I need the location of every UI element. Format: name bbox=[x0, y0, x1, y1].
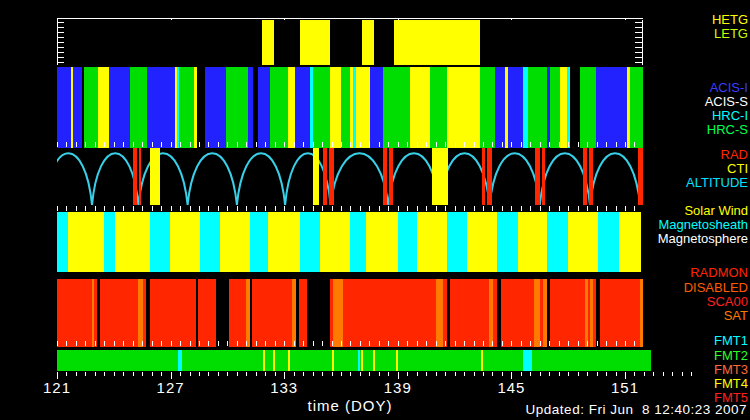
minor-tick bbox=[332, 142, 333, 147]
science-instruments-segment bbox=[550, 67, 560, 148]
minor-tick bbox=[180, 142, 181, 147]
minor-tick bbox=[464, 341, 465, 346]
telemetry-format-segment bbox=[178, 350, 182, 371]
minor-tick bbox=[123, 206, 124, 211]
radiation-monitor-segment bbox=[307, 279, 330, 347]
top-frame-line bbox=[57, 18, 643, 19]
telemetry-format-segment bbox=[263, 350, 265, 371]
minor-tick bbox=[559, 341, 560, 346]
radiation-monitor-segment bbox=[333, 279, 343, 347]
minor-tick bbox=[587, 372, 588, 376]
magnetic-region-segment bbox=[104, 212, 115, 272]
minor-tick bbox=[208, 142, 209, 147]
science-instruments-segment bbox=[495, 67, 505, 148]
perigee-stripe bbox=[383, 148, 387, 205]
minor-tick bbox=[275, 142, 276, 147]
minor-tick bbox=[341, 206, 342, 211]
science-instruments-segment bbox=[447, 67, 480, 148]
minor-tick bbox=[76, 341, 77, 346]
x-axis-label-121: 121 bbox=[43, 379, 71, 396]
x-axis-label-145: 145 bbox=[497, 379, 525, 396]
minor-tick bbox=[606, 142, 607, 147]
minor-tick bbox=[85, 372, 86, 376]
minor-tick bbox=[474, 142, 475, 147]
minor-tick bbox=[180, 206, 181, 211]
minor-tick bbox=[123, 341, 124, 346]
radiation-monitor-segment bbox=[252, 279, 292, 347]
science-instruments-segment bbox=[596, 67, 627, 148]
major-tick bbox=[511, 372, 512, 379]
minor-tick bbox=[663, 372, 664, 376]
label-sca00: SCA00 bbox=[707, 295, 748, 309]
minor-tick bbox=[502, 341, 503, 346]
science-instruments-segment bbox=[288, 67, 295, 148]
magnetic-region-segment bbox=[320, 212, 350, 272]
minor-tick bbox=[388, 206, 389, 211]
perigee-stripe bbox=[150, 148, 160, 205]
minor-tick bbox=[521, 206, 522, 211]
minor-tick bbox=[85, 341, 86, 346]
minor-tick bbox=[568, 341, 569, 346]
science-instruments-segment bbox=[528, 67, 547, 148]
gratings-segment bbox=[262, 20, 274, 65]
magnetic-region-segment bbox=[220, 212, 250, 272]
magnetic-region-segment bbox=[619, 212, 641, 272]
gratings-segment bbox=[394, 20, 480, 65]
minor-tick bbox=[350, 372, 351, 376]
minor-tick bbox=[436, 142, 437, 147]
minor-tick bbox=[634, 142, 635, 147]
perigee-stripe bbox=[133, 148, 137, 205]
minor-tick bbox=[511, 206, 512, 211]
science-instruments-segment bbox=[508, 67, 523, 148]
minor-tick bbox=[369, 341, 370, 346]
minor-tick bbox=[57, 341, 58, 346]
minor-tick bbox=[360, 341, 361, 346]
minor-tick bbox=[568, 206, 569, 211]
minor-tick bbox=[76, 372, 77, 376]
minor-tick bbox=[436, 372, 437, 376]
minor-tick bbox=[398, 206, 399, 211]
minor-tick bbox=[682, 372, 683, 376]
science-instruments-segment bbox=[258, 67, 270, 148]
telemetry-format-segment bbox=[361, 350, 363, 371]
science-instruments-segment bbox=[580, 67, 596, 148]
minor-tick bbox=[142, 372, 143, 376]
science-instruments-segment bbox=[383, 67, 410, 148]
minor-tick bbox=[492, 372, 493, 376]
minor-tick bbox=[322, 142, 323, 147]
minor-tick bbox=[350, 341, 351, 346]
minor-tick bbox=[616, 206, 617, 211]
radmon-tick-row bbox=[57, 341, 58, 346]
science-instruments-segment bbox=[98, 67, 109, 148]
magnetic-region-segment bbox=[398, 212, 417, 272]
minor-tick bbox=[511, 341, 512, 346]
minor-tick bbox=[616, 341, 617, 346]
minor-tick bbox=[455, 372, 456, 376]
magnetic-region-segment bbox=[268, 212, 300, 272]
science-instruments-segment bbox=[197, 67, 205, 148]
minor-tick bbox=[549, 142, 550, 147]
science-instruments-segment bbox=[356, 67, 370, 148]
perigee-stripe bbox=[323, 148, 327, 205]
label-magnetosphere: Magnetosphere bbox=[658, 232, 748, 246]
minor-tick bbox=[199, 142, 200, 147]
radiation-monitor-segment bbox=[640, 279, 643, 347]
minor-tick bbox=[426, 142, 427, 147]
minor-tick bbox=[483, 341, 484, 346]
minor-tick bbox=[540, 206, 541, 211]
magnetic-region-segment bbox=[467, 212, 497, 272]
minor-tick bbox=[474, 206, 475, 211]
minor-tick bbox=[672, 372, 673, 376]
band-telemetry-format bbox=[57, 350, 651, 371]
minor-tick bbox=[161, 372, 162, 376]
telemetry-format-segment bbox=[332, 350, 334, 371]
minor-tick bbox=[530, 341, 531, 346]
label-altitude: ALTITUDE bbox=[686, 176, 748, 190]
minor-tick bbox=[587, 142, 588, 147]
minor-tick bbox=[246, 341, 247, 346]
minor-tick bbox=[332, 206, 333, 211]
minor-tick bbox=[436, 206, 437, 211]
minor-tick bbox=[104, 372, 105, 376]
gratings-segment bbox=[362, 20, 374, 65]
minor-tick bbox=[218, 341, 219, 346]
